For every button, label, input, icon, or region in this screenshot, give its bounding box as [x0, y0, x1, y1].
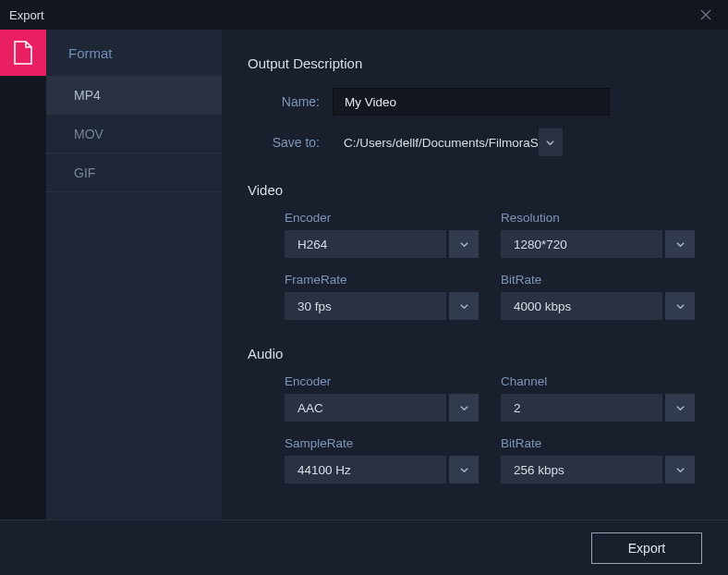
audio-encoder-select[interactable]: AAC [285, 394, 479, 422]
audio-encoder-field: Encoder AAC [285, 374, 479, 422]
video-resolution-select[interactable]: 1280*720 [501, 230, 695, 258]
chevron-down-icon [459, 403, 469, 413]
body: Format MP4 MOV GIF Output Description Na… [0, 30, 728, 520]
audio-bitrate-chevron[interactable] [665, 456, 695, 483]
name-input[interactable] [333, 88, 610, 116]
video-resolution-value: 1280*720 [501, 230, 662, 258]
video-bitrate-select[interactable]: 4000 kbps [501, 292, 695, 320]
video-resolution-field: Resolution 1280*720 [501, 211, 695, 258]
video-encoder-label: Encoder [285, 211, 479, 225]
chevron-down-icon [675, 301, 686, 312]
audio-encoder-label: Encoder [285, 374, 479, 388]
icon-column [0, 30, 46, 520]
chevron-down-icon [459, 465, 469, 475]
output-section-title: Output Description [248, 55, 695, 71]
audio-channel-select[interactable]: 2 [501, 394, 695, 422]
video-encoder-field: Encoder H264 [285, 211, 479, 258]
chevron-down-icon [459, 239, 469, 250]
audio-title: Audio [248, 346, 695, 361]
audio-samplerate-chevron[interactable] [449, 456, 479, 483]
audio-samplerate-field: SampleRate 44100 Hz [285, 436, 479, 483]
saveto-row: Save to: C:/Users/dellf/Documents/Filmor… [248, 128, 695, 156]
audio-channel-field: Channel 2 [501, 374, 695, 422]
name-label: Name: [248, 94, 333, 109]
audio-bitrate-field: BitRate 256 kbps [501, 436, 695, 483]
audio-channel-label: Channel [501, 374, 695, 388]
name-row: Name: [248, 88, 695, 116]
audio-channel-chevron[interactable] [665, 394, 695, 422]
audio-bitrate-label: BitRate [501, 436, 695, 450]
close-icon [700, 9, 711, 20]
saveto-select[interactable]: C:/Users/dellf/Documents/FilmoraS [333, 128, 563, 156]
main-panel: Output Description Name: Save to: C:/Use… [222, 30, 728, 520]
window-title: Export [9, 8, 44, 22]
titlebar: Export [0, 0, 728, 30]
video-bitrate-field: BitRate 4000 kbps [501, 273, 695, 320]
saveto-value: C:/Users/dellf/Documents/FilmoraS [333, 136, 539, 150]
footer: Export [0, 520, 728, 575]
document-icon [13, 41, 33, 65]
video-encoder-chevron[interactable] [449, 230, 479, 258]
chevron-down-icon [675, 239, 686, 250]
chevron-down-icon [675, 465, 686, 475]
video-group: Video Encoder H264 Resolution 1280*720 [248, 182, 695, 320]
video-framerate-value: 30 fps [285, 292, 446, 320]
chevron-down-icon [459, 301, 469, 312]
chevron-down-icon [545, 138, 555, 148]
video-framerate-field: FrameRate 30 fps [285, 273, 479, 320]
video-resolution-label: Resolution [501, 211, 695, 225]
audio-bitrate-value: 256 kbps [501, 456, 662, 483]
video-framerate-select[interactable]: 30 fps [285, 292, 479, 320]
audio-group: Audio Encoder AAC Channel 2 [248, 346, 695, 483]
sidebar-header: Format [46, 30, 222, 76]
audio-encoder-chevron[interactable] [449, 394, 479, 422]
video-bitrate-value: 4000 kbps [501, 292, 662, 320]
format-item-gif[interactable]: GIF [46, 153, 222, 192]
audio-samplerate-value: 44100 Hz [285, 456, 446, 483]
audio-encoder-value: AAC [285, 394, 446, 422]
saveto-label: Save to: [248, 135, 333, 150]
video-bitrate-chevron[interactable] [665, 292, 695, 320]
audio-samplerate-select[interactable]: 44100 Hz [285, 456, 479, 483]
sidebar: Format MP4 MOV GIF [46, 30, 222, 520]
video-framerate-chevron[interactable] [449, 292, 479, 320]
audio-samplerate-label: SampleRate [285, 436, 479, 450]
format-item-mov[interactable]: MOV [46, 115, 222, 153]
chevron-down-icon [675, 403, 686, 413]
video-resolution-chevron[interactable] [665, 230, 695, 258]
document-tab[interactable] [0, 30, 46, 76]
video-encoder-value: H264 [285, 230, 446, 258]
saveto-chevron[interactable] [539, 128, 563, 156]
format-item-mp4[interactable]: MP4 [46, 76, 222, 115]
audio-channel-value: 2 [501, 394, 662, 422]
close-button[interactable] [693, 2, 719, 28]
video-bitrate-label: BitRate [501, 273, 695, 287]
audio-bitrate-select[interactable]: 256 kbps [501, 456, 695, 483]
video-framerate-label: FrameRate [285, 273, 479, 287]
export-button[interactable]: Export [591, 532, 702, 564]
video-title: Video [248, 182, 695, 198]
video-encoder-select[interactable]: H264 [285, 230, 479, 258]
